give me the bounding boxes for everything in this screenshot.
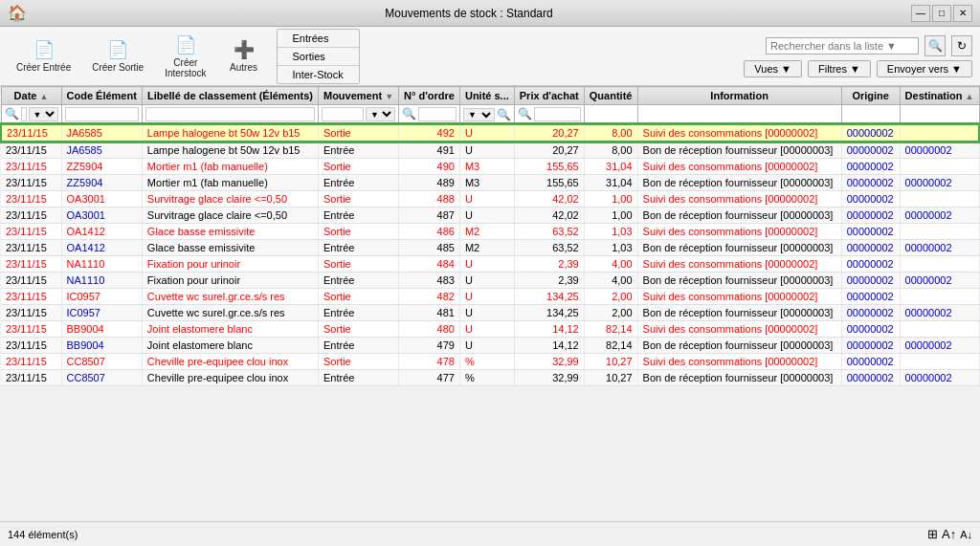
table-row[interactable]: 23/11/15CC8507Cheville pre-equipee clou … <box>1 354 979 370</box>
col-quantite[interactable]: Quantité <box>584 87 637 105</box>
table-row[interactable]: 23/11/15JA6585Lampe halogene bt 50w 12v … <box>1 142 979 159</box>
table-cell: 00000002 <box>841 207 900 224</box>
col-origine[interactable]: Origine <box>841 87 900 105</box>
table-cell: 31,04 <box>584 175 637 191</box>
table-cell: 492 <box>399 124 460 142</box>
col-unite[interactable]: Unité s... <box>459 87 514 105</box>
font-down-icon[interactable]: A↓ <box>960 529 972 540</box>
interstock-item[interactable]: Inter-Stock <box>278 66 359 83</box>
table-cell: 487 <box>399 207 460 224</box>
table-cell: 1,03 <box>584 224 637 240</box>
table-cell: Joint elastomere blanc <box>142 338 318 354</box>
col-destination[interactable]: Destination ▲ <box>900 87 979 105</box>
table-container: Date ▲ Code Élément Libellé de classemen… <box>0 86 980 521</box>
table-row[interactable]: 23/11/15IC0957Cuvette wc surel.gr.ce.s/s… <box>1 305 979 321</box>
table-cell: OA3001 <box>61 207 142 224</box>
table-cell: Cheville pre-equipee clou inox <box>142 354 318 370</box>
table-row[interactable]: 23/11/15NA1110Fixation pour urinoirEntré… <box>1 273 979 289</box>
table-row[interactable]: 23/11/15OA1412Glace basse emissiviteSort… <box>1 224 979 240</box>
create-sortie-label: Créer Sortie <box>92 62 144 73</box>
col-date[interactable]: Date ▲ <box>1 87 61 105</box>
vues-button[interactable]: Vues ▼ <box>744 60 802 77</box>
toolbar-right: 🔍 ↻ Vues ▼ Filtres ▼ Envoyer vers ▼ <box>744 35 972 77</box>
table-cell: Bon de réception fournisseur [00000003] <box>637 207 841 224</box>
table-cell: 1,00 <box>584 207 637 224</box>
table-row[interactable]: 23/11/15BB9004Joint elastomere blancSort… <box>1 321 979 338</box>
create-sortie-button[interactable]: 📄 Créer Sortie <box>83 34 152 77</box>
filter-date-op[interactable]: ▼ <box>29 107 58 121</box>
table-cell: Cuvette wc surel.gr.ce.s/s res <box>142 289 318 305</box>
table-cell: ZZ5904 <box>61 159 142 175</box>
col-order[interactable]: N° d'ordre <box>399 87 460 105</box>
table-cell: 00000002 <box>841 224 900 240</box>
table-cell: % <box>459 354 514 370</box>
table-cell: 82,14 <box>584 338 637 354</box>
table-cell: U <box>459 289 514 305</box>
filter-mouvement[interactable] <box>322 107 364 121</box>
create-entree-button[interactable]: 📄 Créer Entrée <box>8 34 79 77</box>
autres-button[interactable]: ➕ Autres <box>219 34 269 77</box>
table-cell <box>900 224 979 240</box>
table-cell: 63,52 <box>514 224 584 240</box>
table-cell: 00000002 <box>900 240 979 256</box>
filtres-button[interactable]: Filtres ▼ <box>808 60 871 77</box>
table-cell <box>900 256 979 273</box>
table-cell: 00000002 <box>841 240 900 256</box>
table-row[interactable]: 23/11/15CC8507Cheville pre-equipee clou … <box>1 370 979 386</box>
column-headers: Date ▲ Code Élément Libellé de classemen… <box>1 87 979 105</box>
close-button[interactable]: ✕ <box>953 5 972 22</box>
table-cell <box>900 159 979 175</box>
filter-order[interactable] <box>418 107 457 121</box>
col-code[interactable]: Code Élément <box>61 87 142 105</box>
col-info[interactable]: Information <box>637 87 841 105</box>
table-cell: 23/11/15 <box>1 142 61 159</box>
table-cell: 23/11/15 <box>1 354 61 370</box>
table-row[interactable]: 23/11/15JA6585Lampe halogene bt 50w 12v … <box>1 124 979 142</box>
table-row[interactable]: 23/11/15NA1110Fixation pour urinoirSorti… <box>1 256 979 273</box>
refresh-icon[interactable]: ↻ <box>951 35 972 56</box>
table-row[interactable]: 23/11/15ZZ5904Mortier m1 (fab manuelle)E… <box>1 175 979 191</box>
search-input[interactable] <box>766 37 919 55</box>
table-row[interactable]: 23/11/15IC0957Cuvette wc surel.gr.ce.s/s… <box>1 289 979 305</box>
col-libelle[interactable]: Libellé de classement (Éléments) <box>142 87 318 105</box>
grid-icon[interactable]: ⊞ <box>927 527 938 541</box>
table-row[interactable]: 23/11/15OA3001Survitrage glace claire <=… <box>1 207 979 224</box>
table-cell: 00000002 <box>900 142 979 159</box>
table-row[interactable]: 23/11/15OA1412Glace basse emissiviteEntr… <box>1 240 979 256</box>
table-cell: 00000002 <box>841 142 900 159</box>
entrees-item[interactable]: Entrées <box>278 30 359 48</box>
create-interstock-label: CréerInterstock <box>165 57 206 78</box>
table-cell: Bon de réception fournisseur [00000003] <box>637 305 841 321</box>
envoyer-vers-button[interactable]: Envoyer vers ▼ <box>877 60 972 77</box>
table-cell: 32,99 <box>514 370 584 386</box>
search-icon[interactable]: 🔍 <box>924 35 946 56</box>
table-row[interactable]: 23/11/15BB9004Joint elastomere blancEntr… <box>1 338 979 354</box>
table-cell: Suivi des consommations [00000002] <box>637 224 841 240</box>
table-cell: Sortie <box>318 124 398 142</box>
table-row[interactable]: 23/11/15OA3001Survitrage glace claire <=… <box>1 191 979 207</box>
col-prix[interactable]: Prix d'achat <box>514 87 584 105</box>
sorties-item[interactable]: Sorties <box>278 48 359 66</box>
table-cell: 2,00 <box>584 289 637 305</box>
maximize-button[interactable]: □ <box>932 5 951 22</box>
font-up-icon[interactable]: A↑ <box>942 527 956 541</box>
table-cell: Sortie <box>318 256 398 273</box>
table-row[interactable]: 23/11/15ZZ5904Mortier m1 (fab manuelle)S… <box>1 159 979 175</box>
create-interstock-button[interactable]: 📄 CréerInterstock <box>156 30 214 83</box>
filter-mouvement-op[interactable]: ▼ <box>366 107 395 121</box>
filter-unite-op[interactable]: ▼ <box>463 108 495 121</box>
table-cell: 2,39 <box>514 273 584 289</box>
filter-code[interactable] <box>65 107 139 121</box>
table-cell: 23/11/15 <box>1 289 61 305</box>
table-cell: 31,04 <box>584 159 637 175</box>
minimize-button[interactable]: — <box>911 5 930 22</box>
col-mouvement[interactable]: Mouvement ▼ <box>318 87 398 105</box>
filter-libelle[interactable] <box>145 107 315 121</box>
filter-date[interactable] <box>21 107 27 121</box>
status-bar: 144 élément(s) ⊞ A↑ A↓ <box>0 521 980 546</box>
table-cell: % <box>459 370 514 386</box>
table-cell: Sortie <box>318 159 398 175</box>
filter-prix[interactable] <box>534 107 581 121</box>
table-cell: 00000002 <box>900 175 979 191</box>
table-cell: 481 <box>399 305 460 321</box>
